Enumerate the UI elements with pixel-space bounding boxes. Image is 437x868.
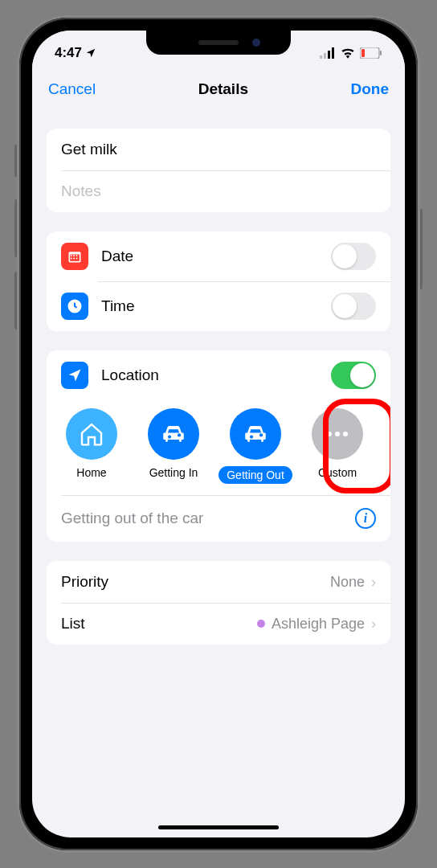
svg-rect-5 [361,49,365,57]
house-icon [66,408,117,460]
home-indicator[interactable] [158,825,279,829]
list-label: List [61,615,85,633]
svg-rect-12 [71,258,72,260]
priority-row[interactable]: Priority None › [47,561,390,603]
location-detail-row[interactable]: Getting out of the car i [47,495,390,542]
location-option-getting-in[interactable]: Getting In [137,408,210,484]
location-row: Location [47,350,390,400]
status-time: 4:47 [55,45,82,61]
svg-rect-0 [320,55,322,59]
priority-list-group: Priority None › List Ashleigh Page › [47,561,390,645]
date-row: Date [47,231,390,281]
chevron-right-icon: › [371,616,376,633]
location-label: Location [101,366,159,384]
list-color-dot [257,620,265,628]
svg-rect-1 [324,53,326,59]
priority-label: Priority [61,573,108,591]
battery-low-icon [360,47,382,59]
svg-rect-9 [71,255,72,256]
list-value: Ashleigh Page [272,616,365,633]
list-row[interactable]: List Ashleigh Page › [47,603,390,645]
location-detail-text: Getting out of the car [61,510,203,527]
ellipsis-icon [312,408,363,460]
location-icon [61,362,88,389]
title-notes-group: Notes [47,129,390,212]
svg-rect-6 [380,51,382,55]
location-group: Location ent Home [47,350,390,542]
svg-rect-10 [73,255,75,256]
reminder-notes-row[interactable]: Notes [47,170,390,212]
svg-rect-2 [328,51,330,59]
date-label: Date [101,248,133,265]
reminder-title-input[interactable] [61,141,376,158]
time-row: Time [47,281,390,331]
svg-rect-3 [332,47,334,59]
phone-frame: 4:47 Cancel Details Done Notes [19,18,418,850]
done-button[interactable]: Done [351,80,390,98]
clock-icon [61,293,88,320]
time-toggle[interactable] [331,293,376,320]
navigation-bar: Cancel Details Done [32,69,405,109]
screen: 4:47 Cancel Details Done Notes [32,31,405,837]
notch [146,31,291,55]
svg-rect-14 [76,258,78,260]
time-label: Time [101,297,135,315]
location-toggle[interactable] [331,362,376,389]
info-icon[interactable]: i [355,508,376,529]
svg-rect-13 [73,258,75,260]
wifi-icon [341,47,355,59]
car-icon [230,408,281,460]
cancel-button[interactable]: Cancel [48,80,96,98]
chevron-right-icon: › [371,574,376,591]
svg-point-16 [327,432,332,436]
svg-point-17 [335,432,340,436]
location-options-scroller[interactable]: ent Home Getting In [47,400,390,495]
location-option-getting-out[interactable]: Getting Out [218,408,292,484]
date-toggle[interactable] [331,243,376,270]
notes-placeholder: Notes [61,182,101,200]
priority-value: None [330,574,365,591]
car-icon [148,408,199,460]
location-option-custom[interactable]: Custom [300,408,374,484]
svg-point-18 [343,432,348,436]
reminder-title-row[interactable] [47,129,390,170]
location-option-home[interactable]: Home [55,408,129,484]
location-arrow-icon [85,47,96,59]
svg-rect-11 [76,255,78,256]
page-title: Details [198,80,248,98]
calendar-icon [61,243,88,270]
date-time-group: Date Time [47,231,390,331]
cellular-icon [320,47,336,59]
